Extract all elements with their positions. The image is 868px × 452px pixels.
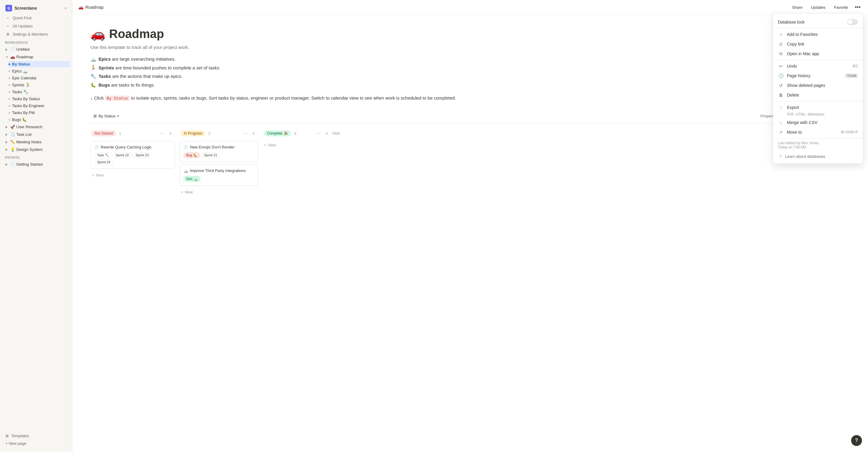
- kanban-col-header: Complete 🎉 0 ··· + Hide: [263, 128, 341, 139]
- sidebar-item-meeting-notes[interactable]: ▶ ✏️ Meeting Notes: [2, 139, 70, 145]
- sidebar-item-label: Meeting Notes: [16, 140, 68, 144]
- new-label: New: [96, 173, 104, 177]
- sidebar-item-label: Untitled: [16, 47, 68, 52]
- card-tag: Sprint 23: [133, 152, 152, 158]
- sidebar-new-page[interactable]: + New page: [2, 440, 70, 447]
- sidebar-item-task-list[interactable]: ▶ 🗒️ Task List: [2, 131, 70, 138]
- page-body-list: 🏔️ Epics are large overarching initiativ…: [90, 56, 850, 88]
- add-new-not-started[interactable]: + New: [90, 171, 175, 179]
- learn-label: Learn about databases: [785, 154, 825, 159]
- favorite-button[interactable]: Favorite: [831, 4, 851, 11]
- kanban-col-in-progress: In Progress 2 ··· + 📄 New Emojis Don't R…: [180, 128, 258, 196]
- sidebar-child-sprints[interactable]: Sprints 🏃: [8, 82, 70, 88]
- database-lock-label: Database lock: [778, 20, 805, 24]
- kanban-card-3[interactable]: 🏔️ Improve Third Party Integrations Epic…: [180, 165, 258, 186]
- card-tag: Sprint 21: [201, 152, 220, 158]
- roadmap-icon: 🚗: [10, 55, 15, 59]
- sidebar-templates[interactable]: ⊞ Templates: [2, 432, 70, 440]
- sidebar-item-settings[interactable]: ⚙ Settings & Members: [2, 30, 70, 38]
- card-doc-icon: 📄: [94, 145, 99, 149]
- col-add-button[interactable]: +: [324, 130, 330, 137]
- sidebar-child-label: Tasks 🔧: [12, 90, 28, 94]
- card-tag: Sprint 24: [94, 159, 113, 165]
- history-icon: 🕐: [778, 73, 784, 78]
- menu-separator: [773, 60, 863, 60]
- menu-item-move-to[interactable]: ↗ Move to ⌘+Shift+P: [773, 127, 863, 137]
- kanban-board: Not Started 1 ··· + 📄 Rewrite Query Cach…: [90, 128, 850, 196]
- sidebar-item-getting-started[interactable]: ▶ 📄 Getting Started: [2, 161, 70, 168]
- merge-icon: ↓: [778, 120, 784, 125]
- menu-footer[interactable]: ? Learn about databases: [773, 152, 863, 161]
- list-item: 🐛 Bugs are tasks to fix things.: [90, 82, 850, 89]
- topbar-page-icon: 🚗: [79, 5, 84, 10]
- page-icon: 📄: [10, 47, 15, 52]
- dot-icon: [8, 84, 10, 86]
- col-more-button[interactable]: ···: [158, 130, 166, 137]
- dot-icon: [8, 112, 10, 114]
- menu-item-page-history[interactable]: 🕐 Page history TEAM: [773, 71, 863, 81]
- dot-icon: [8, 77, 10, 79]
- menu-item-merge-csv[interactable]: ↓ Merge with CSV: [773, 118, 863, 127]
- col-add-button[interactable]: +: [250, 130, 257, 137]
- menu-item-label: Delete: [787, 93, 858, 97]
- menu-item-add-favorites[interactable]: ☆ Add to Favorites: [773, 30, 863, 39]
- sidebar-child-bugs[interactable]: Bugs 🐛: [8, 116, 70, 123]
- topbar-breadcrumb: 🚗 Roadmap: [79, 5, 104, 10]
- templates-label: Templates: [11, 433, 29, 438]
- col-add-button[interactable]: +: [167, 130, 174, 137]
- menu-item-show-deleted[interactable]: ↺ Show deleted pages: [773, 81, 863, 90]
- menu-item-undo[interactable]: ↩ Undo ⌘Z: [773, 61, 863, 71]
- meeting-notes-icon: ✏️: [10, 140, 15, 144]
- menu-item-export[interactable]: ↑ Export: [773, 103, 863, 112]
- database-lock-toggle[interactable]: [847, 19, 858, 25]
- col-more-button[interactable]: ···: [241, 130, 249, 137]
- menu-item-delete[interactable]: 🗑 Delete: [773, 90, 863, 100]
- new-label: New: [268, 143, 276, 147]
- getting-started-icon: 📄: [10, 162, 15, 167]
- last-edited-time: Today at 7:59 AM: [778, 145, 858, 149]
- sidebar-item-roadmap[interactable]: ▼ 🚗 Roadmap: [2, 53, 70, 60]
- page-title: Roadmap: [109, 27, 164, 41]
- help-button[interactable]: ?: [851, 435, 862, 446]
- sidebar-child-tasks[interactable]: Tasks 🔧: [8, 89, 70, 95]
- sidebar-item-label: Design System: [16, 147, 68, 152]
- workspace-header[interactable]: S Screenlane ▾: [2, 3, 70, 13]
- sidebar-item-user-research[interactable]: ▶ 🚀 User Research: [2, 123, 70, 130]
- kanban-card-1[interactable]: 📄 Rewrite Query Caching Logic Task 🔧 Spr…: [90, 141, 175, 169]
- sidebar-item-design-system[interactable]: ▶ 💡 Design System: [2, 146, 70, 153]
- toggle-knob: [848, 20, 852, 24]
- card-tags: Epic 🏔️: [184, 176, 254, 182]
- menu-separator: [773, 101, 863, 102]
- card-tag: Epic 🏔️: [184, 176, 200, 182]
- menu-item-open-mac[interactable]: N Open in Mac app: [773, 49, 863, 59]
- page-content: 🚗 Roadmap Use this template to track all…: [72, 15, 868, 452]
- menu-item-copy-link[interactable]: ⊙ Copy link: [773, 39, 863, 49]
- sidebar-child-epic-calendar[interactable]: Epic Calendar: [8, 75, 70, 81]
- sidebar-child-epics[interactable]: Epics 🏔️: [8, 68, 70, 74]
- card-tag: Task 🔧: [94, 152, 112, 158]
- view-label: By Status: [98, 114, 116, 118]
- sidebar-item-quick-find[interactable]: ○ Quick Find: [2, 14, 70, 22]
- sidebar-child-label: Tasks By Status: [12, 96, 40, 101]
- share-button[interactable]: Share: [789, 4, 806, 11]
- chevron-right-icon: ▶: [5, 140, 9, 144]
- menu-item-label: Undo: [787, 64, 849, 68]
- by-status-tag: By Status: [105, 96, 130, 101]
- add-new-in-progress[interactable]: + New: [180, 188, 258, 196]
- db-view-button[interactable]: ⊞ By Status ▾: [90, 113, 122, 119]
- sidebar-child-tasks-by-status[interactable]: Tasks By Status: [8, 96, 70, 102]
- sidebar-child-tasks-by-pm[interactable]: Tasks By PM: [8, 110, 70, 116]
- sidebar-child-by-status[interactable]: By Status: [8, 61, 70, 67]
- col-actions: ··· +: [158, 130, 174, 137]
- chevron-right-icon: ▶: [5, 125, 9, 129]
- add-new-complete[interactable]: + New: [263, 141, 341, 149]
- sidebar-child-tasks-by-engineer[interactable]: Tasks By Engineer: [8, 103, 70, 109]
- updates-button[interactable]: Updates: [808, 4, 829, 11]
- status-badge-complete: Complete 🎉: [264, 130, 291, 136]
- sidebar-item-all-updates[interactable]: ○ All Updates: [2, 22, 70, 30]
- list-item: 🔧 Tasks are the actions that make up epi…: [90, 73, 850, 80]
- col-more-button[interactable]: ···: [315, 130, 322, 137]
- kanban-card-2[interactable]: 📄 New Emojis Don't Render Bug 🐛 Sprint 2…: [180, 141, 258, 162]
- sidebar-item-untitled[interactable]: ▶ 📄 Untitled: [2, 46, 70, 53]
- more-button[interactable]: •••: [854, 3, 862, 11]
